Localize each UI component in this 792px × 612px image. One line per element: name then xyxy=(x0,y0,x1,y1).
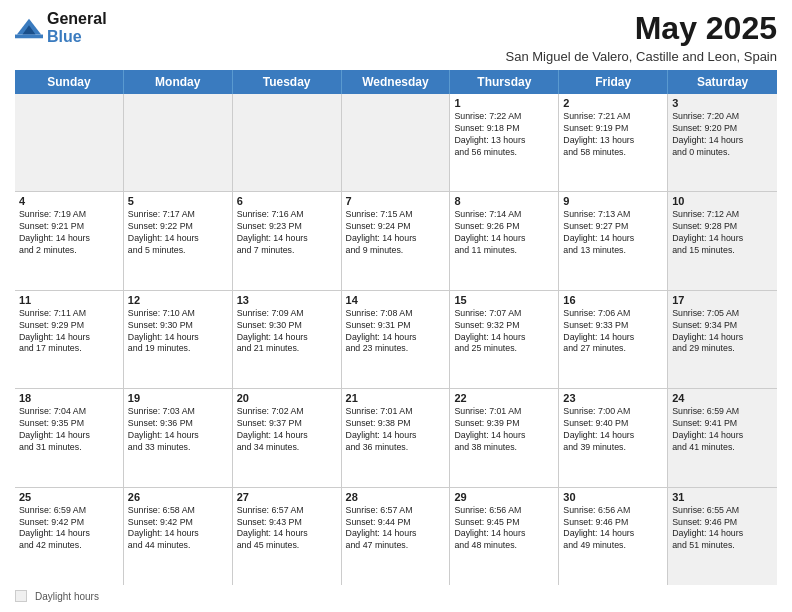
cal-cell-17: 17Sunrise: 7:05 AM Sunset: 9:34 PM Dayli… xyxy=(668,291,777,388)
cal-cell-4: 4Sunrise: 7:19 AM Sunset: 9:21 PM Daylig… xyxy=(15,192,124,289)
day-number: 3 xyxy=(672,97,773,109)
cal-header-sunday: Sunday xyxy=(15,70,124,94)
header: General Blue May 2025 San Miguel de Vale… xyxy=(15,10,777,64)
cell-info: Sunrise: 7:14 AM Sunset: 9:26 PM Dayligh… xyxy=(454,209,554,257)
cell-info: Sunrise: 7:11 AM Sunset: 9:29 PM Dayligh… xyxy=(19,308,119,356)
cell-info: Sunrise: 7:08 AM Sunset: 9:31 PM Dayligh… xyxy=(346,308,446,356)
cell-info: Sunrise: 7:19 AM Sunset: 9:21 PM Dayligh… xyxy=(19,209,119,257)
logo-line1: General xyxy=(47,10,107,28)
cell-info: Sunrise: 6:58 AM Sunset: 9:42 PM Dayligh… xyxy=(128,505,228,553)
cell-info: Sunrise: 7:22 AM Sunset: 9:18 PM Dayligh… xyxy=(454,111,554,159)
cal-cell-30: 30Sunrise: 6:56 AM Sunset: 9:46 PM Dayli… xyxy=(559,488,668,585)
day-number: 24 xyxy=(672,392,773,404)
cal-cell-22: 22Sunrise: 7:01 AM Sunset: 9:39 PM Dayli… xyxy=(450,389,559,486)
calendar-body: 1Sunrise: 7:22 AM Sunset: 9:18 PM Daylig… xyxy=(15,94,777,585)
cal-cell-14: 14Sunrise: 7:08 AM Sunset: 9:31 PM Dayli… xyxy=(342,291,451,388)
cell-info: Sunrise: 7:10 AM Sunset: 9:30 PM Dayligh… xyxy=(128,308,228,356)
logo: General Blue xyxy=(15,10,107,45)
day-number: 15 xyxy=(454,294,554,306)
legend: Daylight hours xyxy=(15,590,777,602)
cal-row-2: 11Sunrise: 7:11 AM Sunset: 9:29 PM Dayli… xyxy=(15,291,777,389)
day-number: 27 xyxy=(237,491,337,503)
cal-cell-15: 15Sunrise: 7:07 AM Sunset: 9:32 PM Dayli… xyxy=(450,291,559,388)
cal-cell-13: 13Sunrise: 7:09 AM Sunset: 9:30 PM Dayli… xyxy=(233,291,342,388)
cal-cell-6: 6Sunrise: 7:16 AM Sunset: 9:23 PM Daylig… xyxy=(233,192,342,289)
cell-info: Sunrise: 7:09 AM Sunset: 9:30 PM Dayligh… xyxy=(237,308,337,356)
cell-info: Sunrise: 7:01 AM Sunset: 9:39 PM Dayligh… xyxy=(454,406,554,454)
cell-info: Sunrise: 7:17 AM Sunset: 9:22 PM Dayligh… xyxy=(128,209,228,257)
day-number: 1 xyxy=(454,97,554,109)
day-number: 19 xyxy=(128,392,228,404)
cell-info: Sunrise: 6:59 AM Sunset: 9:41 PM Dayligh… xyxy=(672,406,773,454)
logo-text: General Blue xyxy=(47,10,107,45)
day-number: 20 xyxy=(237,392,337,404)
cell-info: Sunrise: 6:55 AM Sunset: 9:46 PM Dayligh… xyxy=(672,505,773,553)
cal-cell-3: 3Sunrise: 7:20 AM Sunset: 9:20 PM Daylig… xyxy=(668,94,777,191)
day-number: 26 xyxy=(128,491,228,503)
day-number: 12 xyxy=(128,294,228,306)
cell-info: Sunrise: 7:02 AM Sunset: 9:37 PM Dayligh… xyxy=(237,406,337,454)
day-number: 30 xyxy=(563,491,663,503)
cal-header-wednesday: Wednesday xyxy=(342,70,451,94)
cell-info: Sunrise: 7:07 AM Sunset: 9:32 PM Dayligh… xyxy=(454,308,554,356)
logo-line2: Blue xyxy=(47,28,107,46)
cell-info: Sunrise: 7:15 AM Sunset: 9:24 PM Dayligh… xyxy=(346,209,446,257)
cal-header-monday: Monday xyxy=(124,70,233,94)
cell-info: Sunrise: 7:00 AM Sunset: 9:40 PM Dayligh… xyxy=(563,406,663,454)
cal-row-1: 4Sunrise: 7:19 AM Sunset: 9:21 PM Daylig… xyxy=(15,192,777,290)
cal-cell-empty-2 xyxy=(233,94,342,191)
day-number: 9 xyxy=(563,195,663,207)
day-number: 10 xyxy=(672,195,773,207)
cal-cell-7: 7Sunrise: 7:15 AM Sunset: 9:24 PM Daylig… xyxy=(342,192,451,289)
cal-cell-23: 23Sunrise: 7:00 AM Sunset: 9:40 PM Dayli… xyxy=(559,389,668,486)
calendar: SundayMondayTuesdayWednesdayThursdayFrid… xyxy=(15,70,777,585)
cell-info: Sunrise: 7:04 AM Sunset: 9:35 PM Dayligh… xyxy=(19,406,119,454)
day-number: 6 xyxy=(237,195,337,207)
cal-cell-26: 26Sunrise: 6:58 AM Sunset: 9:42 PM Dayli… xyxy=(124,488,233,585)
cal-cell-empty-0 xyxy=(15,94,124,191)
cell-info: Sunrise: 7:05 AM Sunset: 9:34 PM Dayligh… xyxy=(672,308,773,356)
cal-cell-10: 10Sunrise: 7:12 AM Sunset: 9:28 PM Dayli… xyxy=(668,192,777,289)
cal-header-saturday: Saturday xyxy=(668,70,777,94)
cal-cell-29: 29Sunrise: 6:56 AM Sunset: 9:45 PM Dayli… xyxy=(450,488,559,585)
cell-info: Sunrise: 6:57 AM Sunset: 9:44 PM Dayligh… xyxy=(346,505,446,553)
day-number: 23 xyxy=(563,392,663,404)
cal-cell-12: 12Sunrise: 7:10 AM Sunset: 9:30 PM Dayli… xyxy=(124,291,233,388)
cell-info: Sunrise: 7:13 AM Sunset: 9:27 PM Dayligh… xyxy=(563,209,663,257)
cell-info: Sunrise: 7:16 AM Sunset: 9:23 PM Dayligh… xyxy=(237,209,337,257)
cal-cell-31: 31Sunrise: 6:55 AM Sunset: 9:46 PM Dayli… xyxy=(668,488,777,585)
cell-info: Sunrise: 7:06 AM Sunset: 9:33 PM Dayligh… xyxy=(563,308,663,356)
cal-cell-5: 5Sunrise: 7:17 AM Sunset: 9:22 PM Daylig… xyxy=(124,192,233,289)
day-number: 18 xyxy=(19,392,119,404)
cal-row-4: 25Sunrise: 6:59 AM Sunset: 9:42 PM Dayli… xyxy=(15,488,777,585)
cal-cell-24: 24Sunrise: 6:59 AM Sunset: 9:41 PM Dayli… xyxy=(668,389,777,486)
cal-cell-28: 28Sunrise: 6:57 AM Sunset: 9:44 PM Dayli… xyxy=(342,488,451,585)
cal-header-friday: Friday xyxy=(559,70,668,94)
cal-cell-25: 25Sunrise: 6:59 AM Sunset: 9:42 PM Dayli… xyxy=(15,488,124,585)
day-number: 7 xyxy=(346,195,446,207)
cal-cell-18: 18Sunrise: 7:04 AM Sunset: 9:35 PM Dayli… xyxy=(15,389,124,486)
cell-info: Sunrise: 7:01 AM Sunset: 9:38 PM Dayligh… xyxy=(346,406,446,454)
day-number: 2 xyxy=(563,97,663,109)
day-number: 25 xyxy=(19,491,119,503)
cal-cell-8: 8Sunrise: 7:14 AM Sunset: 9:26 PM Daylig… xyxy=(450,192,559,289)
day-number: 31 xyxy=(672,491,773,503)
cal-cell-9: 9Sunrise: 7:13 AM Sunset: 9:27 PM Daylig… xyxy=(559,192,668,289)
day-number: 28 xyxy=(346,491,446,503)
day-number: 5 xyxy=(128,195,228,207)
cal-cell-11: 11Sunrise: 7:11 AM Sunset: 9:29 PM Dayli… xyxy=(15,291,124,388)
cell-info: Sunrise: 6:56 AM Sunset: 9:45 PM Dayligh… xyxy=(454,505,554,553)
cal-cell-2: 2Sunrise: 7:21 AM Sunset: 9:19 PM Daylig… xyxy=(559,94,668,191)
svg-rect-2 xyxy=(15,34,43,38)
cell-info: Sunrise: 6:59 AM Sunset: 9:42 PM Dayligh… xyxy=(19,505,119,553)
cell-info: Sunrise: 6:57 AM Sunset: 9:43 PM Dayligh… xyxy=(237,505,337,553)
cal-cell-27: 27Sunrise: 6:57 AM Sunset: 9:43 PM Dayli… xyxy=(233,488,342,585)
cell-info: Sunrise: 7:12 AM Sunset: 9:28 PM Dayligh… xyxy=(672,209,773,257)
cal-row-3: 18Sunrise: 7:04 AM Sunset: 9:35 PM Dayli… xyxy=(15,389,777,487)
cell-info: Sunrise: 7:03 AM Sunset: 9:36 PM Dayligh… xyxy=(128,406,228,454)
cal-row-0: 1Sunrise: 7:22 AM Sunset: 9:18 PM Daylig… xyxy=(15,94,777,192)
cell-info: Sunrise: 6:56 AM Sunset: 9:46 PM Dayligh… xyxy=(563,505,663,553)
day-number: 11 xyxy=(19,294,119,306)
cal-header-tuesday: Tuesday xyxy=(233,70,342,94)
cell-info: Sunrise: 7:20 AM Sunset: 9:20 PM Dayligh… xyxy=(672,111,773,159)
